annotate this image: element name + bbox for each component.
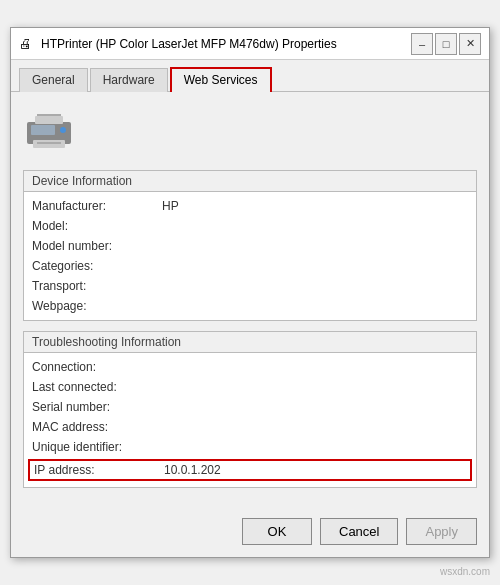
device-section-body: Manufacturer: HP Model: Model number: Ca… bbox=[24, 192, 476, 320]
model-row: Model: bbox=[32, 216, 468, 236]
svg-point-5 bbox=[60, 127, 66, 133]
tab-content: Device Information Manufacturer: HP Mode… bbox=[11, 92, 489, 508]
svg-rect-2 bbox=[35, 116, 63, 124]
transport-label: Transport: bbox=[32, 279, 162, 293]
maximize-button[interactable]: □ bbox=[435, 33, 457, 55]
tab-hardware[interactable]: Hardware bbox=[90, 68, 168, 92]
webpage-label: Webpage: bbox=[32, 299, 162, 313]
title-bar: 🖨 HTPrinter (HP Color LaserJet MFP M476d… bbox=[11, 28, 489, 60]
categories-label: Categories: bbox=[32, 259, 162, 273]
serial-number-label: Serial number: bbox=[32, 400, 162, 414]
troubleshooting-section: Troubleshooting Information Connection: … bbox=[23, 331, 477, 488]
printer-icon bbox=[23, 106, 75, 154]
minimize-button[interactable]: – bbox=[411, 33, 433, 55]
watermark: wsxdn.com bbox=[440, 566, 490, 577]
window-icon: 🖨 bbox=[19, 36, 35, 52]
transport-row: Transport: bbox=[32, 276, 468, 296]
model-number-label: Model number: bbox=[32, 239, 162, 253]
printer-header bbox=[23, 102, 477, 158]
printer-svg bbox=[23, 106, 75, 154]
device-section-title: Device Information bbox=[24, 171, 476, 192]
tab-web-services[interactable]: Web Services bbox=[170, 67, 272, 92]
troubleshooting-section-body: Connection: Last connected: Serial numbe… bbox=[24, 353, 476, 487]
ip-address-label: IP address: bbox=[34, 463, 164, 477]
svg-rect-4 bbox=[37, 142, 61, 144]
title-bar-left: 🖨 HTPrinter (HP Color LaserJet MFP M476d… bbox=[19, 36, 337, 52]
svg-rect-3 bbox=[37, 114, 61, 116]
webpage-row: Webpage: bbox=[32, 296, 468, 316]
svg-rect-6 bbox=[31, 125, 55, 135]
ip-address-value: 10.0.1.202 bbox=[164, 463, 221, 477]
apply-button[interactable]: Apply bbox=[406, 518, 477, 545]
mac-address-label: MAC address: bbox=[32, 420, 162, 434]
last-connected-label: Last connected: bbox=[32, 380, 162, 394]
serial-number-row: Serial number: bbox=[32, 397, 468, 417]
model-label: Model: bbox=[32, 219, 162, 233]
ip-address-row: IP address: 10.0.1.202 bbox=[28, 459, 472, 481]
troubleshooting-section-title: Troubleshooting Information bbox=[24, 332, 476, 353]
window-title: HTPrinter (HP Color LaserJet MFP M476dw)… bbox=[41, 37, 337, 51]
cancel-button[interactable]: Cancel bbox=[320, 518, 398, 545]
device-information-section: Device Information Manufacturer: HP Mode… bbox=[23, 170, 477, 321]
tab-bar: General Hardware Web Services bbox=[11, 60, 489, 92]
unique-identifier-label: Unique identifier: bbox=[32, 440, 162, 454]
properties-window: 🖨 HTPrinter (HP Color LaserJet MFP M476d… bbox=[10, 27, 490, 558]
mac-address-row: MAC address: bbox=[32, 417, 468, 437]
title-bar-controls: – □ ✕ bbox=[411, 33, 481, 55]
manufacturer-label: Manufacturer: bbox=[32, 199, 162, 213]
manufacturer-row: Manufacturer: HP bbox=[32, 196, 468, 216]
categories-row: Categories: bbox=[32, 256, 468, 276]
unique-identifier-row: Unique identifier: bbox=[32, 437, 468, 457]
last-connected-row: Last connected: bbox=[32, 377, 468, 397]
ok-button[interactable]: OK bbox=[242, 518, 312, 545]
tab-general[interactable]: General bbox=[19, 68, 88, 92]
model-number-row: Model number: bbox=[32, 236, 468, 256]
connection-row: Connection: bbox=[32, 357, 468, 377]
manufacturer-value: HP bbox=[162, 199, 179, 213]
connection-label: Connection: bbox=[32, 360, 162, 374]
button-bar: OK Cancel Apply bbox=[11, 508, 489, 557]
close-button[interactable]: ✕ bbox=[459, 33, 481, 55]
